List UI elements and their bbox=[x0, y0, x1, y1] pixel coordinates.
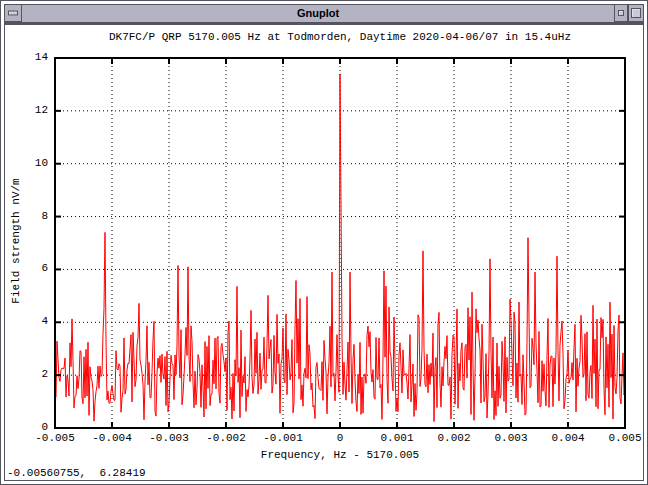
iconify-icon bbox=[618, 10, 624, 16]
y-tick-label: 14 bbox=[7, 51, 48, 63]
x-axis-label: Frequency, Hz - 5170.005 bbox=[55, 449, 625, 461]
x-tick-label: 0.003 bbox=[481, 432, 541, 444]
plot-client-area: DK7FC/P QRP 5170.005 Hz at Todmorden, Da… bbox=[4, 24, 644, 481]
x-tick-label: 0 bbox=[310, 432, 370, 444]
maximize-button[interactable] bbox=[628, 4, 644, 22]
plot-canvas[interactable] bbox=[5, 25, 643, 480]
window-menu-button[interactable] bbox=[4, 4, 22, 22]
gnuplot-window[interactable]: Gnuplot DK7FC/P QRP 5170.005 Hz at Todmo… bbox=[0, 0, 648, 485]
iconify-button[interactable] bbox=[614, 4, 628, 22]
x-tick-label: 0.005 bbox=[595, 432, 644, 444]
x-tick-label: 0.001 bbox=[367, 432, 427, 444]
x-tick-label: -0.002 bbox=[196, 432, 256, 444]
y-tick-label: 0 bbox=[7, 421, 48, 433]
x-tick-label: 0.004 bbox=[538, 432, 598, 444]
window-menu-icon bbox=[8, 11, 18, 16]
x-tick-label: 0.002 bbox=[424, 432, 484, 444]
maximize-icon bbox=[631, 8, 641, 18]
window-title: Gnuplot bbox=[22, 4, 614, 22]
x-tick-label: -0.003 bbox=[139, 432, 199, 444]
x-tick-label: -0.005 bbox=[25, 432, 85, 444]
titlebar[interactable]: Gnuplot bbox=[4, 4, 644, 24]
x-tick-label: -0.004 bbox=[82, 432, 142, 444]
x-tick-label: -0.001 bbox=[253, 432, 313, 444]
spectrum-series bbox=[55, 74, 625, 422]
cursor-coordinates-readout: -0.00560755, 6.28419 bbox=[7, 467, 146, 479]
y-axis-label: Field strength nV/m bbox=[10, 91, 22, 391]
